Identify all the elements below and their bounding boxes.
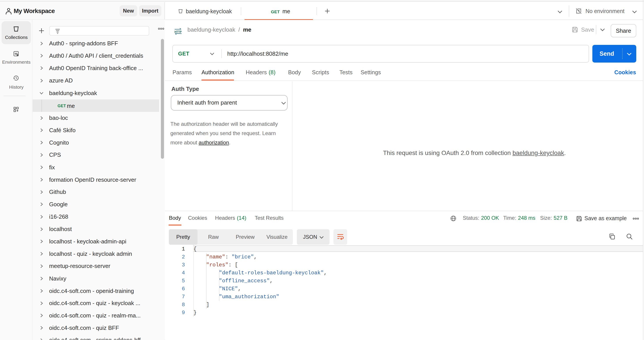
svg-text:HTTP: HTTP (174, 30, 182, 34)
